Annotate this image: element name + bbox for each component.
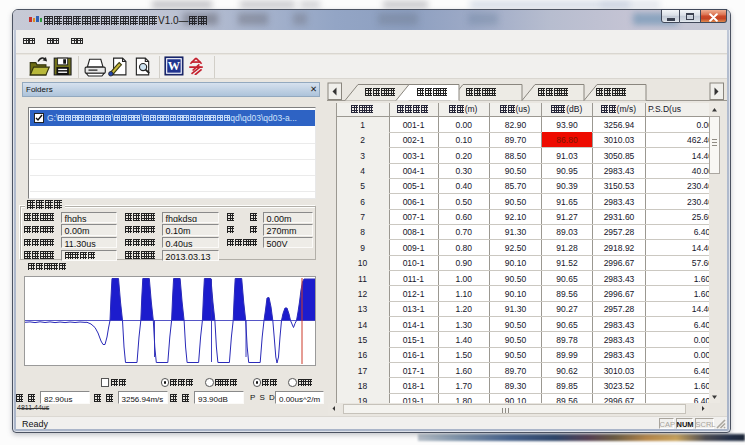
svg-text:W: W	[168, 59, 181, 73]
